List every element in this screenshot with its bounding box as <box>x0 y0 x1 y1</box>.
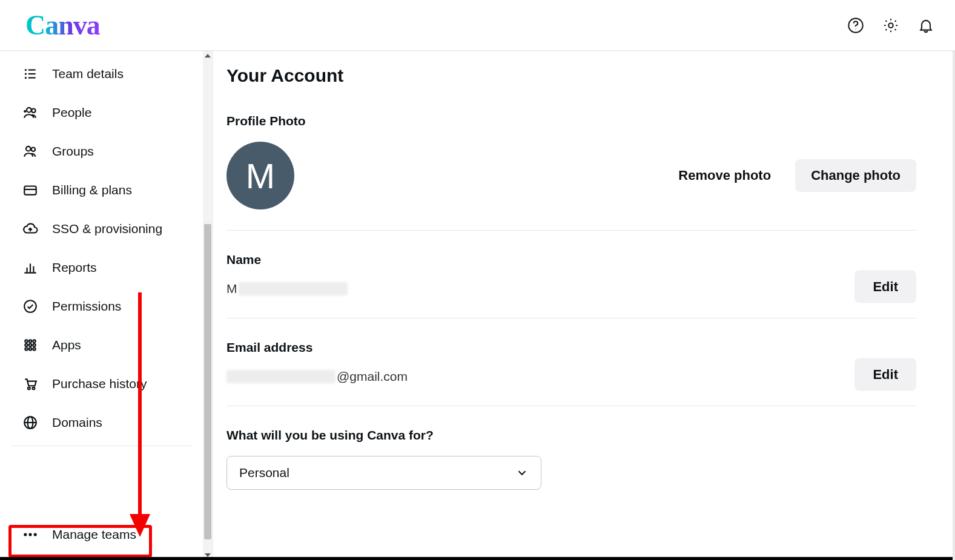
globe-icon <box>22 414 39 431</box>
svg-point-23 <box>29 340 31 342</box>
sidebar-item-groups[interactable]: Groups <box>0 132 203 171</box>
svg-point-29 <box>29 348 31 350</box>
name-value: M <box>226 282 916 296</box>
sidebar-item-billing[interactable]: Billing & plans <box>0 171 203 209</box>
svg-point-5 <box>25 73 27 74</box>
svg-point-7 <box>25 77 27 79</box>
svg-point-10 <box>31 109 35 113</box>
page-title: Your Account <box>226 65 916 86</box>
settings-sidebar: Team details People Groups Billing & pla… <box>0 51 213 560</box>
sidebar-item-label: Domains <box>52 415 102 430</box>
bottom-border <box>0 557 955 560</box>
svg-point-30 <box>33 348 35 350</box>
settings-icon[interactable] <box>879 13 903 38</box>
reports-icon <box>22 259 39 276</box>
more-icon <box>22 526 39 543</box>
sidebar-item-label: Permissions <box>52 299 121 314</box>
sidebar-item-sso[interactable]: SSO & provisioning <box>0 209 203 248</box>
svg-point-22 <box>25 340 27 342</box>
name-label: Name <box>226 252 916 267</box>
sidebar-item-label: SSO & provisioning <box>52 222 162 236</box>
scroll-up-button[interactable] <box>203 51 213 61</box>
svg-point-13 <box>26 147 31 151</box>
svg-point-36 <box>24 533 27 536</box>
name-section: Name M Edit <box>226 231 916 318</box>
usage-selected-value: Personal <box>239 466 289 480</box>
sidebar-item-label: Team details <box>52 67 124 81</box>
svg-point-9 <box>27 108 31 113</box>
cart-icon <box>22 375 39 392</box>
usage-select[interactable]: Personal <box>226 456 541 490</box>
notifications-icon[interactable] <box>914 13 938 38</box>
svg-point-1 <box>855 28 856 29</box>
sidebar-item-label: Groups <box>52 144 94 159</box>
canva-logo[interactable]: Canva <box>25 9 100 41</box>
svg-point-24 <box>33 340 35 342</box>
sidebar-divider <box>11 446 192 446</box>
svg-point-27 <box>33 344 35 346</box>
svg-point-2 <box>888 23 893 27</box>
groups-icon <box>22 143 39 160</box>
sidebar-item-label: Manage teams <box>52 527 136 542</box>
profile-photo-label: Profile Photo <box>226 114 306 128</box>
help-icon[interactable] <box>844 13 868 38</box>
chevron-down-icon <box>515 466 529 479</box>
scroll-thumb[interactable] <box>204 224 211 539</box>
account-content: Your Account Profile Photo M Remove phot… <box>213 51 955 560</box>
svg-point-26 <box>29 344 31 346</box>
sidebar-item-label: Billing & plans <box>52 183 132 197</box>
permissions-icon <box>22 298 39 315</box>
svg-point-21 <box>24 300 36 312</box>
email-value: @gmail.com <box>226 369 916 384</box>
remove-photo-button[interactable]: Remove photo <box>676 163 773 188</box>
svg-point-37 <box>28 533 31 536</box>
svg-rect-15 <box>24 186 36 195</box>
cloud-upload-icon <box>22 220 39 237</box>
apps-icon <box>22 337 39 354</box>
sidebar-item-domains[interactable]: Domains <box>0 403 203 442</box>
sidebar-scrollbar[interactable] <box>203 51 213 560</box>
svg-point-38 <box>34 533 37 536</box>
svg-point-31 <box>28 387 30 390</box>
sidebar-item-label: People <box>52 105 91 120</box>
sidebar-item-label: Reports <box>52 260 97 275</box>
svg-point-3 <box>25 69 27 71</box>
sidebar-item-permissions[interactable]: Permissions <box>0 287 203 326</box>
billing-icon <box>22 182 39 199</box>
team-details-icon <box>22 65 39 82</box>
svg-point-28 <box>25 348 27 350</box>
svg-point-32 <box>32 387 35 390</box>
email-label: Email address <box>226 340 916 355</box>
sidebar-item-label: Apps <box>52 338 81 352</box>
usage-label: What will you be using Canva for? <box>226 428 916 443</box>
sidebar-item-label: Purchase history <box>52 377 147 391</box>
svg-point-14 <box>31 148 36 152</box>
people-icon <box>22 104 39 121</box>
sidebar-item-apps[interactable]: Apps <box>0 326 203 364</box>
sidebar-item-people[interactable]: People <box>0 93 203 132</box>
sidebar-item-reports[interactable]: Reports <box>0 248 203 287</box>
profile-photo-section: Profile Photo M Remove photo Change phot… <box>226 114 916 231</box>
header-actions <box>844 13 938 38</box>
sidebar-item-purchase-history[interactable]: Purchase history <box>0 364 203 403</box>
edit-name-button[interactable]: Edit <box>854 271 916 303</box>
svg-point-25 <box>25 344 27 346</box>
sidebar-item-manage-teams[interactable]: Manage teams <box>0 515 203 554</box>
avatar: M <box>226 142 294 209</box>
sidebar-item-team-details[interactable]: Team details <box>0 54 203 93</box>
change-photo-button[interactable]: Change photo <box>795 159 916 192</box>
app-header: Canva <box>0 0 955 51</box>
usage-section: What will you be using Canva for? Person… <box>226 406 916 490</box>
edit-email-button[interactable]: Edit <box>854 358 916 391</box>
right-edge <box>953 0 955 560</box>
email-section: Email address @gmail.com Edit <box>226 318 916 406</box>
